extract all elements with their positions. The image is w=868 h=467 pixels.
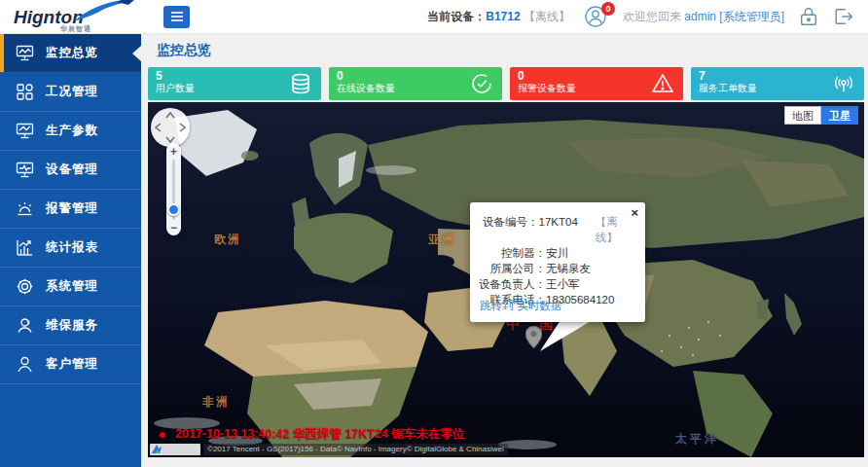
realtime-data-link[interactable]: 跳转到“实时数据”: [480, 299, 565, 313]
device-marker-pin[interactable]: [525, 326, 542, 348]
logo: Hignton 华辰智通: [0, 0, 146, 34]
map-attribution: ©2017 Tencent - GS(2017)156 - Data© NavI…: [150, 444, 508, 455]
sidebar-item-label: 设备管理: [46, 162, 98, 178]
sidebar-item-label: 监控总览: [46, 45, 98, 61]
gear-icon: [16, 277, 34, 296]
popup-row-value: 王小军: [546, 276, 580, 292]
popup-row-company: 所属公司：无锡泉友: [476, 261, 635, 276]
check-circle-icon: [470, 72, 493, 95]
stat-card-users[interactable]: 5 用户数量: [148, 67, 321, 100]
sidebar-item-stats-report[interactable]: 统计报表: [0, 229, 141, 268]
sidebar-item-system-mgmt[interactable]: 系统管理: [0, 268, 141, 306]
page-title: 监控总览: [141, 34, 868, 65]
sidebar-item-maintenance-service[interactable]: 维保服务: [0, 306, 141, 345]
header-right: 当前设备：B1712 【离线】 0 欢迎您回来 admin [系统管理员]: [427, 5, 868, 28]
grid-icon: [16, 83, 34, 101]
user-name: admin [系统管理员]: [684, 10, 784, 23]
notifications-button[interactable]: 0: [584, 5, 609, 28]
zoom-out-button[interactable]: −: [166, 222, 181, 234]
popup-row-device-id: 设备编号：17KT04【离线】: [476, 214, 635, 245]
sidebar-item-alarm-mgmt[interactable]: 报警管理: [0, 190, 141, 229]
attribution-text: ©2017 Tencent - GS(2017)156 - Data© NavI…: [203, 444, 508, 455]
stat-card-alarm-devices[interactable]: 0 报警设备数量: [510, 67, 683, 100]
sidebar-item-customer-mgmt[interactable]: 客户管理: [0, 345, 141, 384]
sidebar-item-device-mgmt[interactable]: 设备管理: [0, 151, 141, 190]
monitor-chart-icon: [16, 44, 34, 62]
sidebar-item-label: 工况管理: [46, 84, 98, 100]
main-content: 监控总览 5 用户数量 0 在线设备数量 0 报警设备数量: [141, 34, 868, 467]
top-header: Hignton 华辰智通 当前设备：B1712 【离线】 0: [0, 0, 868, 34]
popup-row-owner: 设备负责人：王小军: [476, 276, 635, 292]
sidebar-item-work-condition[interactable]: 工况管理: [0, 73, 141, 112]
sidebar-item-label: 系统管理: [46, 278, 98, 295]
zoom-slider-knob[interactable]: [167, 203, 180, 216]
current-device-status: 【离线】: [524, 10, 570, 23]
alarm-ticker-text: 2017-10-13 13:40:42 华西焊管 17KT24 锯车未在零位: [175, 426, 464, 443]
monitor-device-icon: [16, 161, 34, 179]
stat-cards-row: 5 用户数量 0 在线设备数量 0 报警设备数量: [141, 65, 868, 100]
current-device-id: B1712: [486, 10, 520, 23]
popup-row-label: 设备负责人：: [476, 276, 546, 292]
sidebar-item-label: 统计报表: [46, 239, 98, 256]
hamburger-icon: [170, 11, 184, 22]
sidebar-item-label: 客户管理: [46, 356, 98, 373]
broadcast-icon: [832, 72, 855, 95]
welcome-message: 欢迎您回来 admin [系统管理员]: [623, 9, 784, 25]
popup-row-value: 17KT04: [539, 214, 578, 245]
tencent-logo-icon: [152, 445, 162, 454]
welcome-text: 欢迎您回来: [623, 10, 681, 23]
logout-icon[interactable]: [833, 6, 854, 27]
popup-row-controller: 控制器：安川: [476, 245, 635, 261]
alarm-icon: [16, 199, 34, 218]
sidebar-item-label: 维保服务: [46, 317, 98, 334]
tencent-maps-logo: [150, 444, 200, 455]
dashboard-app: Hignton 华辰智通 当前设备：B1712 【离线】 0: [0, 0, 868, 467]
pan-left-icon[interactable]: [155, 123, 162, 132]
alert-triangle-icon: [651, 72, 674, 95]
alarm-ticker: 2017-10-13 13:40:42 华西焊管 17KT24 锯车未在零位: [160, 426, 464, 443]
notification-badge: 0: [601, 2, 615, 16]
current-device-label: 当前设备：: [427, 10, 486, 23]
stat-card-online-devices[interactable]: 0 在线设备数量: [329, 67, 502, 100]
popup-row-label: 设备编号：: [476, 214, 539, 245]
popup-row-value: 无锡泉友: [546, 261, 591, 276]
chart-icon: [16, 238, 34, 257]
pan-down-icon[interactable]: [165, 136, 175, 143]
sidebar-item-monitor-overview[interactable]: 监控总览: [0, 34, 141, 73]
zoom-in-button[interactable]: +: [166, 146, 181, 158]
logo-subtext: 华辰智通: [60, 24, 91, 34]
pan-right-icon[interactable]: [179, 123, 186, 132]
monitor-params-icon: [16, 122, 34, 140]
map-type-switcher: 地图 卫星: [784, 106, 858, 125]
map-container[interactable]: 欧洲 亚洲 非洲 中 国 太平洋 地图 卫星 + −: [148, 102, 864, 457]
logo-swoosh-icon: [70, 0, 136, 23]
current-device: 当前设备：B1712 【离线】: [427, 9, 570, 25]
popup-row-value: 安川: [546, 245, 568, 261]
map-type-roadmap-button[interactable]: 地图: [784, 106, 821, 125]
map-type-satellite-button[interactable]: 卫星: [821, 106, 858, 125]
alarm-dot-icon: [160, 432, 165, 438]
device-info-popup: × 设备编号：17KT04【离线】 控制器：安川 所属公司：无锡泉友 设备负责人…: [470, 202, 645, 322]
sidebar-item-production-params[interactable]: 生产参数: [0, 112, 141, 151]
map-pan-control: [151, 108, 190, 147]
sidebar-nav: 监控总览 工况管理 生产参数 设备管理 报警管理: [0, 34, 141, 467]
popup-row-label: 所属公司：: [476, 261, 546, 276]
sidebar-item-label: 生产参数: [46, 123, 98, 139]
person-icon: [16, 355, 34, 374]
popup-row-label: 控制器：: [476, 245, 546, 261]
sidebar-item-label: 报警管理: [46, 200, 98, 217]
stat-card-service-orders[interactable]: 7 服务工单数量: [691, 67, 864, 100]
pan-up-icon[interactable]: [165, 112, 175, 119]
popup-device-status: 【离线】: [596, 214, 635, 245]
headset-icon: [16, 316, 34, 335]
database-icon: [289, 72, 312, 95]
close-icon[interactable]: ×: [631, 206, 638, 219]
lock-icon[interactable]: [798, 6, 819, 27]
sidebar-toggle-button[interactable]: [163, 6, 190, 28]
map-zoom-slider: + −: [166, 143, 181, 235]
